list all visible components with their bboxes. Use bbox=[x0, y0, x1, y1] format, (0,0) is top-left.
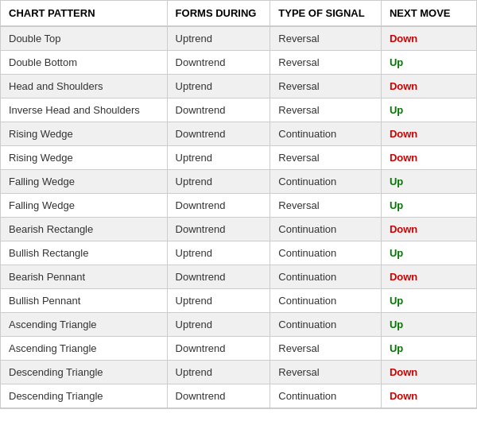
cell-pattern: Bullish Rectangle bbox=[1, 241, 167, 265]
cell-pattern: Bullish Pennant bbox=[1, 289, 167, 313]
cell-pattern: Double Bottom bbox=[1, 51, 167, 75]
cell-pattern: Double Top bbox=[1, 26, 167, 51]
cell-next-move: Down bbox=[381, 265, 476, 289]
table-header-row: CHART PATTERN FORMS DURING TYPE OF SIGNA… bbox=[1, 1, 476, 26]
cell-next-move: Up bbox=[381, 194, 476, 218]
cell-next-move: Down bbox=[381, 122, 476, 146]
table-row: Bullish PennantUptrendContinuationUp bbox=[1, 289, 476, 313]
cell-forms-during: Uptrend bbox=[167, 313, 270, 337]
cell-next-move: Up bbox=[381, 313, 476, 337]
cell-signal-type: Reversal bbox=[270, 194, 382, 218]
cell-forms-during: Uptrend bbox=[167, 146, 270, 170]
cell-next-move: Down bbox=[381, 218, 476, 241]
cell-pattern: Ascending Triangle bbox=[1, 337, 167, 361]
cell-pattern: Ascending Triangle bbox=[1, 313, 167, 337]
cell-signal-type: Reversal bbox=[270, 146, 382, 170]
table-row: Rising WedgeUptrendReversalDown bbox=[1, 146, 476, 170]
header-next-move: NEXT MOVE bbox=[381, 1, 476, 26]
chart-patterns-table: CHART PATTERN FORMS DURING TYPE OF SIGNA… bbox=[0, 0, 477, 409]
table-row: Bullish RectangleUptrendContinuationUp bbox=[1, 241, 476, 265]
table-row: Head and ShouldersUptrendReversalDown bbox=[1, 75, 476, 98]
header-type-of-signal: TYPE OF SIGNAL bbox=[270, 1, 382, 26]
table-row: Double BottomDowntrendReversalUp bbox=[1, 51, 476, 75]
cell-next-move: Down bbox=[381, 75, 476, 98]
cell-signal-type: Continuation bbox=[270, 313, 382, 337]
table-row: Descending TriangleUptrendReversalDown bbox=[1, 361, 476, 384]
cell-forms-during: Downtrend bbox=[167, 51, 270, 75]
header-forms-during: FORMS DURING bbox=[167, 1, 270, 26]
cell-forms-during: Uptrend bbox=[167, 26, 270, 51]
cell-next-move: Down bbox=[381, 361, 476, 384]
cell-forms-during: Downtrend bbox=[167, 98, 270, 122]
cell-signal-type: Continuation bbox=[270, 289, 382, 313]
cell-forms-during: Uptrend bbox=[167, 289, 270, 313]
cell-next-move: Up bbox=[381, 170, 476, 194]
cell-pattern: Bearish Rectangle bbox=[1, 218, 167, 241]
cell-signal-type: Continuation bbox=[270, 122, 382, 146]
cell-forms-during: Downtrend bbox=[167, 122, 270, 146]
cell-signal-type: Continuation bbox=[270, 265, 382, 289]
cell-signal-type: Reversal bbox=[270, 337, 382, 361]
cell-signal-type: Continuation bbox=[270, 241, 382, 265]
cell-signal-type: Continuation bbox=[270, 384, 382, 408]
cell-forms-during: Downtrend bbox=[167, 384, 270, 408]
cell-pattern: Descending Triangle bbox=[1, 384, 167, 408]
table-row: Ascending TriangleDowntrendReversalUp bbox=[1, 337, 476, 361]
cell-signal-type: Reversal bbox=[270, 361, 382, 384]
cell-signal-type: Continuation bbox=[270, 170, 382, 194]
cell-pattern: Descending Triangle bbox=[1, 361, 167, 384]
cell-pattern: Head and Shoulders bbox=[1, 75, 167, 98]
cell-pattern: Falling Wedge bbox=[1, 194, 167, 218]
table-row: Bearish PennantDowntrendContinuationDown bbox=[1, 265, 476, 289]
table-row: Falling WedgeUptrendContinuationUp bbox=[1, 170, 476, 194]
cell-pattern: Falling Wedge bbox=[1, 170, 167, 194]
table-row: Inverse Head and ShouldersDowntrendRever… bbox=[1, 98, 476, 122]
table-row: Falling WedgeDowntrendReversalUp bbox=[1, 194, 476, 218]
cell-next-move: Down bbox=[381, 26, 476, 51]
cell-next-move: Down bbox=[381, 384, 476, 408]
cell-signal-type: Reversal bbox=[270, 51, 382, 75]
table-row: Ascending TriangleUptrendContinuationUp bbox=[1, 313, 476, 337]
cell-next-move: Up bbox=[381, 241, 476, 265]
cell-pattern: Bearish Pennant bbox=[1, 265, 167, 289]
cell-next-move: Up bbox=[381, 289, 476, 313]
cell-pattern: Inverse Head and Shoulders bbox=[1, 98, 167, 122]
cell-signal-type: Continuation bbox=[270, 218, 382, 241]
cell-forms-during: Uptrend bbox=[167, 361, 270, 384]
table-row: Descending TriangleDowntrendContinuation… bbox=[1, 384, 476, 408]
cell-next-move: Up bbox=[381, 98, 476, 122]
cell-pattern: Rising Wedge bbox=[1, 122, 167, 146]
cell-pattern: Rising Wedge bbox=[1, 146, 167, 170]
cell-forms-during: Downtrend bbox=[167, 218, 270, 241]
cell-forms-during: Uptrend bbox=[167, 75, 270, 98]
table-row: Double TopUptrendReversalDown bbox=[1, 26, 476, 51]
cell-signal-type: Reversal bbox=[270, 75, 382, 98]
table-row: Rising WedgeDowntrendContinuationDown bbox=[1, 122, 476, 146]
cell-forms-during: Downtrend bbox=[167, 265, 270, 289]
cell-next-move: Up bbox=[381, 51, 476, 75]
table-row: Bearish RectangleDowntrendContinuationDo… bbox=[1, 218, 476, 241]
cell-forms-during: Uptrend bbox=[167, 241, 270, 265]
cell-signal-type: Reversal bbox=[270, 26, 382, 51]
cell-next-move: Up bbox=[381, 337, 476, 361]
header-chart-pattern: CHART PATTERN bbox=[1, 1, 167, 26]
cell-forms-during: Downtrend bbox=[167, 194, 270, 218]
cell-forms-during: Uptrend bbox=[167, 170, 270, 194]
cell-signal-type: Reversal bbox=[270, 98, 382, 122]
cell-forms-during: Downtrend bbox=[167, 337, 270, 361]
cell-next-move: Down bbox=[381, 146, 476, 170]
